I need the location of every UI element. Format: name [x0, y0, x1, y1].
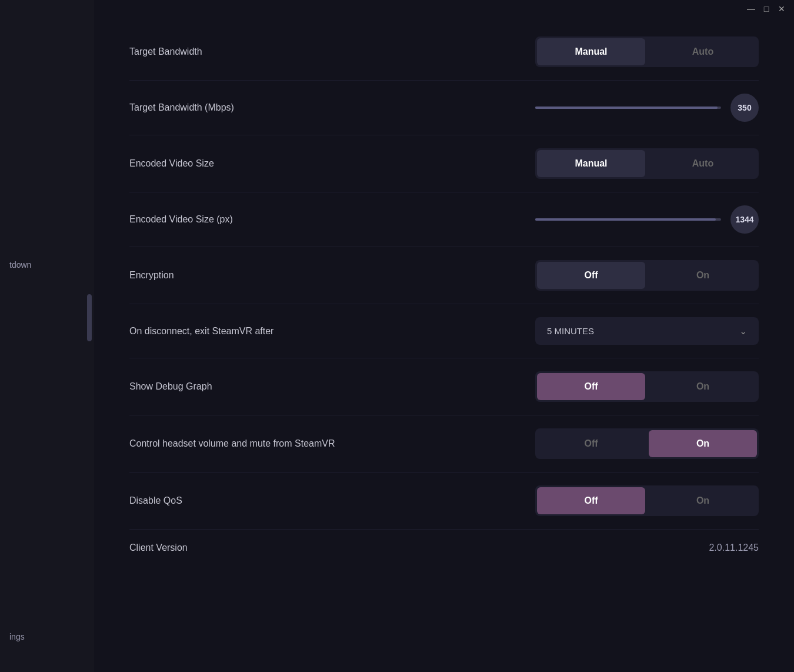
window-chrome: — □ ✕: [739, 0, 794, 18]
show-debug-graph-toggle: Off On: [535, 371, 759, 402]
encryption-on-btn[interactable]: On: [649, 262, 757, 289]
encoded-video-size-slider[interactable]: 1344: [535, 205, 759, 234]
client-version-value: 2.0.11.1245: [709, 543, 759, 553]
maximize-button[interactable]: □: [761, 4, 772, 14]
control-headset-volume-row: Control headset volume and mute from Ste…: [129, 415, 759, 473]
on-disconnect-value: 5 MINUTES: [547, 326, 594, 336]
target-bandwidth-manual-btn[interactable]: Manual: [537, 38, 645, 65]
encoded-video-size-label: Encoded Video Size: [129, 158, 214, 169]
show-debug-graph-row: Show Debug Graph Off On: [129, 358, 759, 415]
close-button[interactable]: ✕: [776, 4, 787, 14]
on-disconnect-dropdown[interactable]: 5 MINUTES ⌄: [535, 317, 759, 345]
sidebar: tdown ings: [0, 0, 94, 672]
show-debug-graph-on-btn[interactable]: On: [649, 373, 757, 400]
control-headset-volume-label: Control headset volume and mute from Ste…: [129, 438, 335, 449]
disable-qos-off-btn[interactable]: Off: [537, 487, 645, 514]
encoded-video-size-row: Encoded Video Size Manual Auto: [129, 135, 759, 192]
disable-qos-label: Disable QoS: [129, 495, 182, 506]
encryption-label: Encryption: [129, 270, 174, 281]
control-headset-volume-on-btn[interactable]: On: [649, 430, 757, 457]
target-bandwidth-slider[interactable]: 350: [535, 94, 759, 122]
encoded-video-size-px-row: Encoded Video Size (px) 1344: [129, 192, 759, 247]
disable-qos-on-btn[interactable]: On: [649, 487, 757, 514]
sidebar-tdown-label: tdown: [0, 253, 41, 277]
encoded-video-size-px-label: Encoded Video Size (px): [129, 214, 233, 225]
show-debug-graph-label: Show Debug Graph: [129, 381, 212, 392]
target-bandwidth-auto-btn[interactable]: Auto: [649, 38, 757, 65]
target-bandwidth-label: Target Bandwidth: [129, 46, 202, 57]
client-version-label: Client Version: [129, 543, 188, 553]
target-bandwidth-mbps-row: Target Bandwidth (Mbps) 350: [129, 81, 759, 135]
control-headset-volume-toggle: Off On: [535, 428, 759, 459]
disable-qos-toggle: Off On: [535, 485, 759, 516]
main-content: Target Bandwidth Manual Auto Target Band…: [94, 0, 794, 672]
encoded-video-size-toggle: Manual Auto: [535, 148, 759, 179]
minimize-button[interactable]: —: [746, 4, 756, 14]
target-bandwidth-toggle: Manual Auto: [535, 36, 759, 67]
on-disconnect-row: On disconnect, exit SteamVR after 5 MINU…: [129, 304, 759, 358]
slider-fill-2: [535, 218, 716, 221]
sidebar-ings-label: ings: [0, 625, 34, 648]
encryption-off-btn[interactable]: Off: [537, 262, 645, 289]
slider-fill: [535, 107, 718, 109]
slider-track[interactable]: [535, 107, 721, 109]
on-disconnect-label: On disconnect, exit SteamVR after: [129, 326, 273, 337]
control-headset-volume-off-btn[interactable]: Off: [537, 430, 645, 457]
encoded-video-size-value: 1344: [730, 205, 759, 234]
sidebar-scrollbar[interactable]: [87, 294, 92, 341]
encoded-video-size-auto-btn[interactable]: Auto: [649, 150, 757, 177]
show-debug-graph-off-btn[interactable]: Off: [537, 373, 645, 400]
target-bandwidth-mbps-label: Target Bandwidth (Mbps): [129, 102, 234, 113]
chevron-down-icon: ⌄: [739, 325, 747, 337]
encryption-toggle: Off On: [535, 260, 759, 291]
encryption-row: Encryption Off On: [129, 247, 759, 304]
client-version-row: Client Version 2.0.11.1245: [129, 530, 759, 566]
slider-track-2[interactable]: [535, 218, 721, 221]
target-bandwidth-row: Target Bandwidth Manual Auto: [129, 24, 759, 81]
disable-qos-row: Disable QoS Off On: [129, 473, 759, 530]
encoded-video-size-manual-btn[interactable]: Manual: [537, 150, 645, 177]
target-bandwidth-value: 350: [730, 94, 759, 122]
